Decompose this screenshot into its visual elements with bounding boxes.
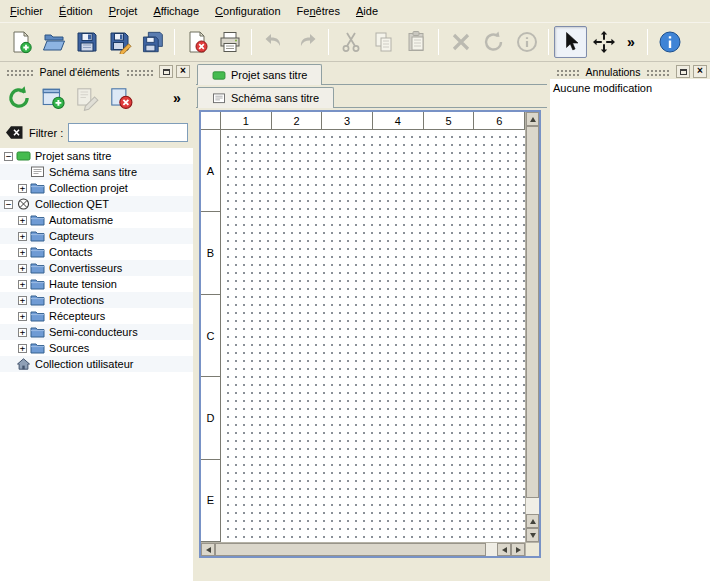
expand-icon[interactable]: + bbox=[18, 184, 27, 193]
menu-aide[interactable]: Aide bbox=[348, 1, 386, 21]
scroll-up-button-2[interactable] bbox=[526, 514, 539, 528]
info-button[interactable] bbox=[510, 26, 543, 58]
toolbar-overflow-button[interactable]: » bbox=[620, 26, 642, 58]
column-header-3: 3 bbox=[322, 112, 373, 129]
expand-icon[interactable]: + bbox=[18, 344, 27, 353]
collapse-icon[interactable]: − bbox=[4, 152, 13, 161]
horizontal-scroll-thumb[interactable] bbox=[215, 543, 486, 556]
folder-icon bbox=[30, 230, 45, 242]
scroll-left-button[interactable] bbox=[201, 543, 215, 556]
tree-item-contacts[interactable]: +Contacts bbox=[0, 244, 193, 260]
tree-item-protections[interactable]: +Protections bbox=[0, 292, 193, 308]
column-headers: 123456 bbox=[221, 112, 525, 130]
horizontal-scrollbar[interactable] bbox=[201, 542, 525, 556]
expand-icon[interactable]: + bbox=[18, 312, 27, 321]
tree-item-label: Sources bbox=[49, 342, 89, 354]
tree-item-convertisseurs[interactable]: +Convertisseurs bbox=[0, 260, 193, 276]
scroll-left-button-2[interactable] bbox=[497, 543, 511, 556]
cut-button[interactable] bbox=[334, 26, 367, 58]
menu-fichier[interactable]: Fichier bbox=[2, 1, 51, 21]
scroll-up-button[interactable] bbox=[526, 112, 539, 126]
save-button[interactable] bbox=[70, 26, 103, 58]
expand-icon[interactable]: + bbox=[18, 232, 27, 241]
diagram-canvas[interactable] bbox=[221, 130, 525, 542]
expand-icon[interactable]: + bbox=[18, 296, 27, 305]
expand-icon[interactable]: + bbox=[18, 264, 27, 273]
menu-configuration[interactable]: Configuration bbox=[207, 1, 288, 21]
tree-item-recepteurs[interactable]: +Récepteurs bbox=[0, 308, 193, 324]
delete-element-button[interactable] bbox=[104, 82, 138, 114]
new-document-button[interactable] bbox=[4, 26, 37, 58]
tree-item-capteurs[interactable]: +Capteurs bbox=[0, 228, 193, 244]
float-dock-button[interactable] bbox=[159, 65, 173, 78]
close-project-button[interactable] bbox=[180, 26, 213, 58]
schema-tabbar: Schéma sans titre bbox=[196, 85, 547, 108]
float-dock-button[interactable] bbox=[676, 65, 690, 78]
filter-input[interactable] bbox=[68, 123, 188, 142]
tree-item-collection-utilisateur[interactable]: Collection utilisateur bbox=[0, 356, 193, 372]
scroll-down-button[interactable] bbox=[526, 528, 539, 542]
tree-item-schema-sans-titre[interactable]: Schéma sans titre bbox=[0, 164, 193, 180]
expand-icon[interactable]: + bbox=[18, 328, 27, 337]
expand-icon[interactable]: + bbox=[18, 248, 27, 257]
undo-panel-title: Annulations bbox=[586, 66, 641, 78]
new-element-button[interactable] bbox=[36, 82, 70, 114]
clear-filter-button[interactable] bbox=[5, 125, 24, 140]
menu-fenetres[interactable]: Fenêtres bbox=[289, 1, 348, 21]
about-button[interactable] bbox=[653, 26, 686, 58]
schema-window: 123456 ABCDE bbox=[199, 110, 541, 558]
redo-button[interactable] bbox=[290, 26, 323, 58]
expand-icon[interactable]: + bbox=[18, 216, 27, 225]
horizontal-scroll-track[interactable] bbox=[215, 543, 497, 556]
vertical-scroll-thumb[interactable] bbox=[526, 126, 539, 498]
dock-grip[interactable] bbox=[125, 68, 154, 76]
print-icon bbox=[218, 30, 242, 54]
tab-schema-sans-titre[interactable]: Schéma sans titre bbox=[197, 87, 334, 108]
tree-item-collection-projet[interactable]: +Collection projet bbox=[0, 180, 193, 196]
save-as-button[interactable] bbox=[103, 26, 136, 58]
elements-panel-titlebar[interactable]: Panel d'éléments × bbox=[0, 62, 193, 79]
dock-grip[interactable] bbox=[5, 68, 34, 76]
tab-projet-sans-titre[interactable]: Projet sans titre bbox=[197, 64, 322, 85]
undo-panel-titlebar[interactable]: Annulations × bbox=[550, 62, 710, 79]
toolbar-separator bbox=[647, 29, 648, 55]
paste-icon bbox=[405, 30, 429, 54]
menu-projet[interactable]: Projet bbox=[101, 1, 146, 21]
copy-button[interactable] bbox=[367, 26, 400, 58]
scroll-right-button[interactable] bbox=[511, 543, 525, 556]
column-header-6: 6 bbox=[474, 112, 525, 129]
home-icon bbox=[16, 358, 31, 370]
print-button[interactable] bbox=[213, 26, 246, 58]
tree-item-haute-tension[interactable]: +Haute tension bbox=[0, 276, 193, 292]
delete-button[interactable] bbox=[444, 26, 477, 58]
dock-grip[interactable] bbox=[645, 68, 671, 76]
rotate-button[interactable] bbox=[477, 26, 510, 58]
pan-tool-button[interactable] bbox=[587, 26, 620, 58]
collapse-icon[interactable]: − bbox=[4, 200, 13, 209]
panel-overflow-button[interactable]: » bbox=[167, 82, 187, 114]
expand-icon[interactable]: + bbox=[18, 280, 27, 289]
select-tool-button[interactable] bbox=[554, 26, 587, 58]
folder-icon bbox=[30, 310, 45, 322]
tree-item-semi-conducteurs[interactable]: +Semi-conducteurs bbox=[0, 324, 193, 340]
undo-button[interactable] bbox=[257, 26, 290, 58]
tree-item-projet-sans-titre[interactable]: −Projet sans titre bbox=[0, 148, 193, 164]
dock-grip[interactable] bbox=[555, 68, 581, 76]
close-dock-button[interactable]: × bbox=[693, 65, 707, 78]
menu-affichage[interactable]: Affichage bbox=[145, 1, 207, 21]
vertical-scrollbar[interactable] bbox=[525, 112, 539, 542]
save-all-button[interactable] bbox=[136, 26, 169, 58]
menu-edition[interactable]: Édition bbox=[51, 1, 101, 21]
open-project-button[interactable] bbox=[37, 26, 70, 58]
undo-icon bbox=[262, 30, 286, 54]
arrow-right-icon bbox=[516, 547, 521, 553]
tree-item-automatisme[interactable]: +Automatisme bbox=[0, 212, 193, 228]
paste-button[interactable] bbox=[400, 26, 433, 58]
tree-item-sources[interactable]: +Sources bbox=[0, 340, 193, 356]
tree-item-collection-qet[interactable]: −Collection QET bbox=[0, 196, 193, 212]
vertical-scroll-track[interactable] bbox=[526, 126, 539, 514]
reload-collections-button[interactable] bbox=[2, 82, 36, 114]
close-dock-button[interactable]: × bbox=[176, 65, 190, 78]
row-header-b: B bbox=[201, 212, 220, 294]
edit-element-button[interactable] bbox=[70, 82, 104, 114]
